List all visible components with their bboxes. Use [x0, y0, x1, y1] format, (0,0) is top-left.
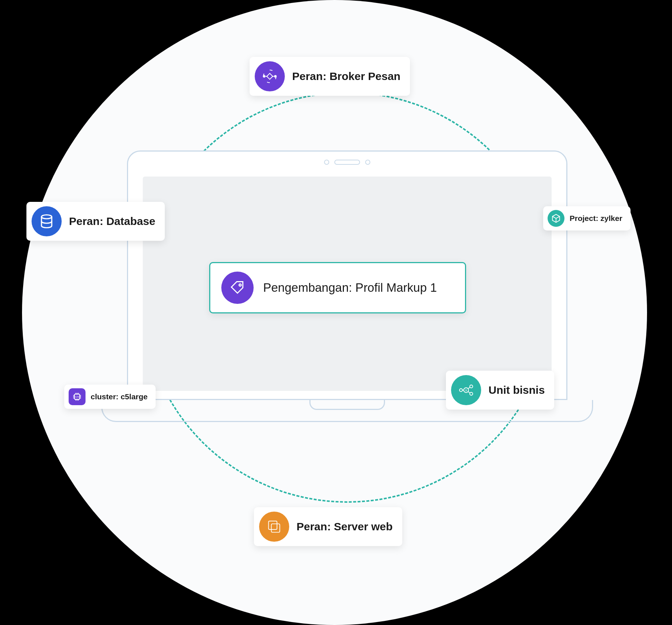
svg-point-12 [470, 392, 473, 395]
svg-point-10 [459, 389, 462, 392]
svg-point-5 [41, 215, 52, 219]
svg-point-11 [470, 385, 473, 388]
center-profile-card: Pengembangan: Profil Markup 1 [209, 262, 466, 313]
svg-text:$: $ [465, 389, 467, 392]
svg-point-2 [263, 76, 265, 77]
cube-icon [548, 210, 564, 227]
svg-rect-4 [267, 73, 273, 79]
business-icon: $ [451, 375, 481, 405]
svg-rect-14 [271, 524, 280, 532]
center-profile-label: Pengembangan: Profil Markup 1 [263, 281, 437, 295]
card-broker-label: Peran: Broker Pesan [292, 70, 400, 83]
card-project: Project: zylker [543, 206, 631, 230]
broker-icon [255, 61, 285, 91]
tag-icon [221, 272, 254, 304]
card-server-label: Peran: Server web [297, 520, 393, 533]
card-database-label: Peran: Database [69, 215, 155, 228]
card-cluster: C5 cluster: c5large [64, 385, 156, 409]
svg-text:C5: C5 [75, 395, 79, 399]
svg-point-3 [275, 76, 276, 77]
card-cluster-label: cluster: c5large [91, 392, 148, 401]
svg-rect-13 [269, 521, 277, 530]
card-broker: Peran: Broker Pesan [250, 57, 410, 96]
card-server: Peran: Server web [254, 507, 402, 546]
svg-point-0 [239, 284, 241, 286]
card-business: $ Unit bisnis [446, 371, 554, 410]
chip-icon: C5 [69, 388, 86, 405]
database-icon [32, 206, 62, 236]
server-icon [259, 512, 289, 542]
card-project-label: Project: zylker [570, 214, 622, 223]
laptop-camera [324, 160, 370, 165]
card-database: Peran: Database [26, 202, 165, 241]
card-business-label: Unit bisnis [488, 384, 545, 396]
